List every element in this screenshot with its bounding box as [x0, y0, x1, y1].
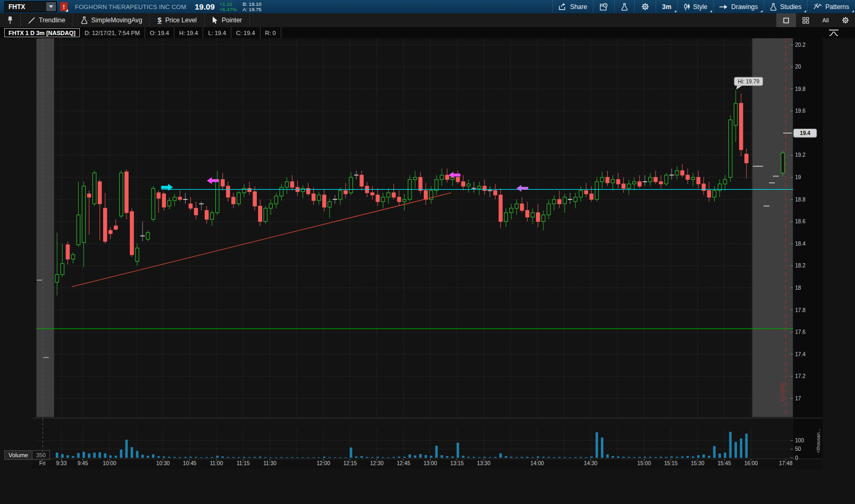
svg-text:18.6: 18.6 — [795, 219, 806, 224]
symbol-dropdown-button[interactable] — [46, 2, 56, 11]
drawings-overlay[interactable]: 12/20/21 — [36, 38, 793, 417]
last-price: 19.09 — [195, 2, 215, 11]
svg-text:19.4: 19.4 — [800, 130, 810, 136]
single-chart-layout-button[interactable] — [776, 13, 796, 27]
chart-canvas[interactable]: 12/20/2120.22019.819.619.419.21918.818.6… — [0, 38, 855, 504]
svg-text:14:30: 14:30 — [584, 460, 598, 466]
svg-text:17: 17 — [795, 396, 801, 401]
volume-study-header: Volume 350 — [4, 450, 50, 460]
tool-label: Price Level — [165, 16, 197, 24]
company-name: FOGHORN THERAPEUTICS INC COM — [75, 4, 186, 10]
crosshair-high: H: 19.4 — [174, 27, 203, 38]
svg-text:12:00: 12:00 — [316, 460, 330, 466]
crosshair-date: D: 12/17/21, 7:54 PM — [80, 27, 145, 38]
pattern-wave-icon — [814, 3, 822, 10]
svg-text:13:00: 13:00 — [423, 460, 437, 466]
svg-text:Fri: Fri — [39, 460, 46, 466]
svg-text:17.8: 17.8 — [795, 307, 806, 313]
chevron-down-icon — [49, 5, 53, 8]
all-charts-button[interactable]: All — [816, 13, 835, 27]
svg-text:19.6: 19.6 — [795, 108, 806, 114]
patterns-label: Patterns — [825, 3, 849, 11]
svg-text:17:48: 17:48 — [779, 460, 793, 466]
grid — [36, 38, 793, 458]
top-bar: FHTX ! FOGHORN THERAPEUTICS INC COM 19.0… — [0, 0, 855, 13]
svg-text:9:45: 9:45 — [78, 460, 88, 466]
chart-title: FHTX 1 D 3m [NASDAQ] — [4, 28, 80, 37]
calendar-button[interactable] — [593, 0, 614, 13]
tool-trendline[interactable]: Trendline — [21, 13, 73, 27]
crosshair-open: O: 19.4 — [145, 27, 174, 38]
volume-study-label[interactable]: Volume — [4, 450, 32, 460]
all-label: All — [822, 17, 828, 23]
pin-icon — [7, 16, 13, 24]
layout-controls: All — [776, 13, 855, 27]
studies-label: Studies — [780, 3, 801, 11]
svg-text:10:45: 10:45 — [183, 460, 197, 466]
svg-text:20.2: 20.2 — [795, 42, 806, 48]
grid-layout-button[interactable] — [796, 13, 816, 27]
symbol-text[interactable]: FHTX — [5, 3, 46, 11]
svg-text:13:15: 13:15 — [450, 460, 464, 466]
calendar-clock-icon — [600, 3, 608, 11]
studies-button[interactable]: Studies — [764, 0, 807, 13]
tool-pointer[interactable]: Pointer — [205, 13, 250, 27]
axis-auto-scale-icon[interactable] — [827, 29, 840, 37]
svg-text:15:00: 15:00 — [638, 460, 651, 466]
svg-text:18.4: 18.4 — [795, 241, 806, 247]
gear-icon — [641, 3, 649, 11]
tool-price-level[interactable]: $ Price Level — [150, 13, 205, 27]
drawings-label: Drawings — [731, 3, 758, 11]
left-arrow-marker[interactable] — [516, 185, 528, 192]
svg-text:18.8: 18.8 — [795, 197, 806, 203]
svg-text:9:33: 9:33 — [56, 460, 67, 466]
svg-text:15:15: 15:15 — [664, 460, 678, 466]
quick-study-button[interactable] — [614, 0, 634, 13]
tool-simplemovingavg[interactable]: SimpleMovingAvg — [73, 13, 150, 27]
svg-text:13:30: 13:30 — [477, 460, 491, 466]
price-change: +1.16 +6.47% — [220, 2, 237, 12]
svg-text:10:30: 10:30 — [156, 460, 170, 466]
flask-icon — [770, 3, 777, 11]
tool-label: Pointer — [222, 16, 242, 24]
pin-toolbar-button[interactable] — [0, 13, 21, 27]
chart-settings-button[interactable] — [634, 0, 656, 13]
svg-text:10:00: 10:00 — [103, 460, 116, 466]
volume-crosshair-value: 350 — [32, 450, 50, 460]
ask-value: A: 19.75 — [242, 7, 261, 12]
style-button[interactable]: Style — [677, 0, 714, 13]
svg-text:19.2: 19.2 — [795, 152, 806, 158]
patterns-button[interactable]: Patterns — [807, 0, 855, 13]
share-button[interactable]: Share — [552, 0, 593, 13]
svg-text:0: 0 — [795, 455, 798, 461]
svg-text:17.6: 17.6 — [795, 329, 806, 335]
high-price-label: Hi: 19.79 — [737, 79, 759, 85]
symbol-input[interactable]: FHTX — [4, 1, 57, 12]
svg-text:11:30: 11:30 — [263, 460, 276, 466]
crosshair-low: L: 19.4 — [203, 27, 231, 38]
timeframe-label: 3m — [662, 3, 671, 11]
svg-text:19: 19 — [795, 174, 801, 180]
svg-text:20: 20 — [795, 64, 801, 70]
svg-text:12:45: 12:45 — [397, 460, 410, 466]
svg-text:11:00: 11:00 — [210, 460, 223, 466]
chart-status-bar: FHTX 1 D 3m [NASDAQ] D: 12/17/21, 7:54 P… — [0, 27, 855, 38]
flask-icon — [81, 16, 88, 24]
timeframe-button[interactable]: 3m — [656, 0, 677, 13]
drawings-button[interactable]: Drawings — [713, 0, 764, 13]
chart-backgrounds — [32, 38, 823, 468]
thinkorswim-chart-window: FHTX ! FOGHORN THERAPEUTICS INC COM 19.0… — [0, 0, 855, 504]
tool-label: SimpleMovingAvg — [91, 16, 142, 24]
news-alert-badge[interactable]: ! — [60, 2, 68, 11]
svg-text:15:30: 15:30 — [691, 460, 705, 466]
price-level-icon: $ — [157, 17, 161, 24]
svg-text:17.2: 17.2 — [795, 373, 806, 379]
draw-arrow-icon — [719, 4, 728, 10]
toolbar-gear-button[interactable] — [835, 13, 855, 27]
next-session-date-label: 12/20/21 — [779, 383, 785, 402]
svg-text:50: 50 — [795, 446, 801, 452]
candlesticks — [37, 90, 784, 357]
drawing-toolbar: Trendline SimpleMovingAvg $ Price Level … — [0, 13, 855, 28]
change-percent: +6.47% — [220, 7, 237, 12]
svg-text:17.4: 17.4 — [795, 351, 806, 357]
